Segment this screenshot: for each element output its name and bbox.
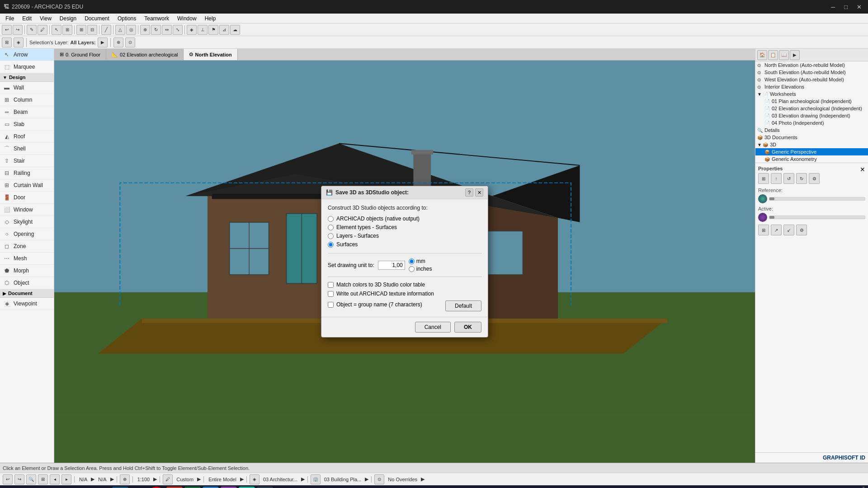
grid-btn[interactable]: ⊞ [76, 25, 86, 35]
radio-archicad-input[interactable] [328, 216, 334, 222]
tree-04-photo[interactable]: 📄 04 Photo (Independent) [755, 119, 868, 127]
minimize-btn[interactable]: ─ [828, 3, 838, 11]
sidebar-item-roof[interactable]: ◭ Roof [0, 131, 54, 143]
drawing-unit-input[interactable] [378, 261, 405, 270]
sidebar-item-zone[interactable]: ◻ Zone [0, 240, 54, 253]
default-btn[interactable]: Default [445, 300, 481, 311]
cancel-btn[interactable]: Cancel [415, 322, 451, 333]
menu-options[interactable]: Options [114, 14, 140, 23]
measure-btn[interactable]: ◈ [187, 25, 197, 35]
radio-inches-input[interactable] [409, 266, 415, 272]
menu-edit[interactable]: Edit [19, 14, 35, 23]
prop-btn2[interactable]: ↑ [771, 173, 782, 184]
sidebar-item-beam[interactable]: ═ Beam [0, 106, 54, 118]
design-section-header[interactable]: ▼ Design [0, 73, 54, 82]
nav-back-btn[interactable]: ◂ [50, 474, 60, 484]
prop-btn5[interactable]: ⚙ [809, 173, 820, 184]
pen-btn[interactable]: 🖊 [38, 25, 47, 35]
prop-bottom-btn1[interactable]: ⊞ [758, 225, 769, 235]
line-btn[interactable]: ╱ [101, 25, 111, 35]
prop-bottom-btn2[interactable]: ↗ [771, 225, 782, 235]
tree-generic-persp[interactable]: 📦 Generic Perspective [755, 148, 868, 155]
override-value[interactable]: No Overrides [386, 477, 419, 482]
checkbox-color-match[interactable]: Match colors to 3D Studio color table [328, 282, 481, 288]
layer-vis-btn[interactable]: ◈ [250, 474, 259, 484]
sidebar-item-viewpoint[interactable]: ◈ Viewpoint [0, 298, 54, 310]
edit-btn[interactable]: ✎ [27, 25, 37, 35]
building-value[interactable]: 03 Building Pla... [322, 477, 363, 482]
checkbox-color-match-input[interactable] [328, 282, 334, 288]
copy-btn[interactable]: ⊕ [140, 25, 150, 35]
sidebar-item-object[interactable]: ⬡ Object [0, 277, 54, 289]
building-btn[interactable]: 🏢 [311, 474, 321, 484]
pen-set-value[interactable]: Custom [175, 477, 195, 482]
layer-value[interactable]: 03 Architectur... [261, 477, 299, 482]
menu-window[interactable]: Window [174, 14, 200, 23]
model-value[interactable]: Entire Model [207, 477, 238, 482]
tree-north-elev[interactable]: ⊙ North Elevation (Auto-rebuild Model) [755, 61, 868, 69]
menu-teamwork[interactable]: Teamwork [141, 14, 173, 23]
sidebar-item-door[interactable]: 🚪 Door [0, 192, 54, 204]
sidebar-item-morph[interactable]: ⬟ Morph [0, 265, 54, 277]
tree-generic-axon[interactable]: 📦 Generic Axonometry [755, 155, 868, 163]
checkbox-texture-input[interactable] [328, 291, 334, 297]
radio-mm[interactable]: mm [409, 258, 432, 264]
menu-document[interactable]: Document [81, 14, 113, 23]
layer-btn[interactable]: ◈ [14, 38, 24, 47]
pen-set-btn[interactable]: 🖊 [163, 474, 173, 484]
radio-inches[interactable]: inches [409, 266, 432, 272]
close-btn[interactable]: ✕ [854, 3, 864, 11]
checkbox-object-name[interactable]: Object = group name (7 characters) [328, 301, 445, 308]
radio-layers-input[interactable] [328, 233, 334, 239]
radio-surfaces[interactable]: Surfaces [328, 241, 481, 248]
ok-btn[interactable]: OK [454, 322, 481, 333]
tab-floor[interactable]: ⊞ 0. Ground Floor [54, 49, 106, 60]
properties-close[interactable]: ✕ [860, 166, 865, 173]
radio-layers[interactable]: Layers - Surfaces [328, 233, 481, 239]
maximize-btn[interactable]: □ [841, 3, 850, 11]
sidebar-item-curtain-wall[interactable]: ⊞ Curtain Wall [0, 179, 54, 192]
tree-west-elev[interactable]: ⊙ West Elevation (Auto-rebuild Model) [755, 76, 868, 83]
magnet-btn[interactable]: ⊙ [125, 38, 135, 47]
prop-bottom-btn4[interactable]: ⚙ [796, 225, 807, 235]
prop-btn3[interactable]: ↺ [783, 173, 794, 184]
select-btn[interactable]: ↖ [52, 25, 61, 35]
flag-btn[interactable]: ⚑ [208, 25, 218, 35]
align-btn[interactable]: ⊥ [198, 25, 208, 35]
nav-fwd-btn[interactable]: ▸ [61, 474, 71, 484]
sidebar-item-shell[interactable]: ⌒ Shell [0, 143, 54, 155]
back-btn[interactable]: ↩ [3, 474, 13, 484]
tree-worksheets[interactable]: ▼ 📄 Worksheets [755, 90, 868, 98]
panel-layout-btn[interactable]: 📋 [768, 50, 778, 60]
sidebar-item-railing[interactable]: ⊟ Railing [0, 167, 54, 179]
marker-btn[interactable]: ⊿ [219, 25, 229, 35]
ref-slider[interactable] [769, 197, 865, 201]
sidebar-item-arrow[interactable]: ↖ Arrow [0, 49, 54, 61]
tree-03-elev-draw[interactable]: 📄 03 Elevation drawing (Independent) [755, 112, 868, 119]
snap-btn[interactable]: ⊕ [120, 474, 130, 484]
menu-view[interactable]: View [36, 14, 55, 23]
document-section-header[interactable]: ▶ Document [0, 289, 54, 298]
ref-color[interactable] [758, 194, 767, 203]
dialog-close-btn[interactable]: ✕ [475, 188, 483, 197]
checkbox-object-name-input[interactable] [328, 302, 334, 308]
cloud-btn[interactable]: ☁ [230, 25, 240, 35]
shape2-btn[interactable]: ◎ [126, 25, 136, 35]
select2-btn[interactable]: ⊞ [62, 25, 72, 35]
radio-surfaces-input[interactable] [328, 242, 334, 248]
panel-house-btn[interactable]: 🏠 [757, 50, 767, 60]
radio-mm-input[interactable] [409, 258, 415, 264]
tab-elevation[interactable]: 📐 02 Elevation archeological [106, 49, 184, 60]
radio-archicad[interactable]: ARCHICAD objects (native output) [328, 216, 481, 222]
scale-value[interactable]: 1:100 [136, 477, 152, 482]
coord-y[interactable]: N/A [96, 477, 108, 482]
redo-btn[interactable]: ↪ [13, 25, 23, 35]
view-btn[interactable]: ⊞ [2, 38, 12, 47]
sidebar-item-column[interactable]: ⊞ Column [0, 94, 54, 106]
sidebar-item-window[interactable]: ⬜ Window [0, 204, 54, 216]
tree-south-elev[interactable]: ⊙ South Elevation (Auto-rebuild Model) [755, 69, 868, 76]
panel-book-btn[interactable]: 📖 [779, 50, 789, 60]
active-slider[interactable] [769, 216, 865, 219]
tree-details[interactable]: 🔍 Details [755, 127, 868, 134]
sidebar-item-skylight[interactable]: ◇ Skylight [0, 216, 54, 228]
